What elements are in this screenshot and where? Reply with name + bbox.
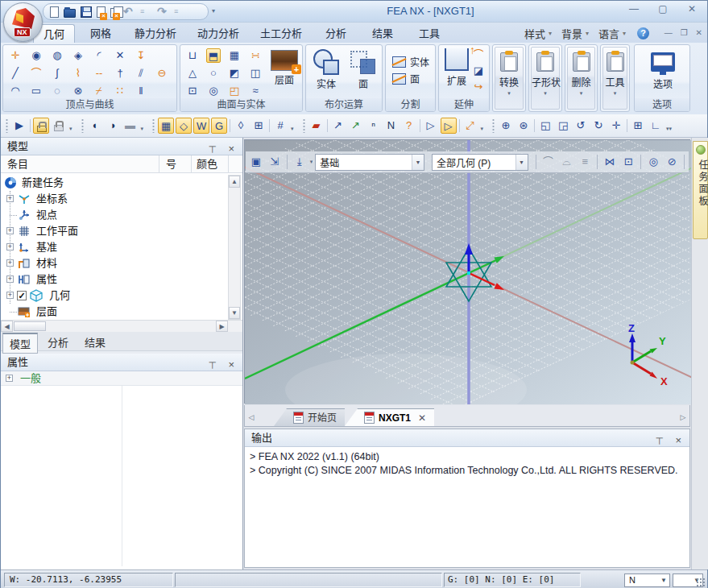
close-all-icon[interactable]: [110, 8, 118, 18]
expand-icon[interactable]: +: [6, 195, 14, 202]
scroll-left-icon[interactable]: ◀: [1, 321, 13, 332]
view-mid-icon[interactable]: ◑: [105, 118, 121, 134]
axis-e-icon[interactable]: ↗: [348, 118, 364, 134]
tab-model[interactable]: 模型: [2, 333, 38, 354]
rectangle-icon[interactable]: ▭: [29, 84, 43, 98]
surface-red-icon[interactable]: ▰: [308, 118, 325, 134]
resize-grip[interactable]: [696, 578, 706, 587]
checker-icon[interactable]: ▦: [227, 48, 242, 63]
zoom-in-icon[interactable]: ⊕: [498, 118, 514, 134]
run-icon[interactable]: ▶: [11, 118, 27, 134]
save-icon[interactable]: [81, 6, 92, 18]
tree-horizontal-scrollbar[interactable]: ◀ ▶: [1, 320, 242, 332]
layer-button[interactable]: 层面: [267, 47, 301, 86]
lock-icon[interactable]: [51, 118, 67, 134]
zoom-net-icon[interactable]: ⊛: [515, 118, 532, 134]
point-icon[interactable]: ✛: [8, 48, 23, 63]
tab-scroll-right-icon[interactable]: ▷: [677, 413, 689, 421]
mesh-a-icon[interactable]: ▷: [423, 118, 439, 134]
solid-face-icon[interactable]: ◩: [227, 66, 242, 81]
close-icon[interactable]: ×: [228, 140, 234, 158]
scroll-down-icon[interactable]: ▼: [229, 307, 240, 319]
filter-combo[interactable]: 全部几何 (P)▼: [432, 154, 528, 171]
ucs-box-icon[interactable]: ∟: [648, 118, 664, 134]
axis-line-icon[interactable]: †: [113, 66, 127, 81]
menu-language[interactable]: 语言: [598, 26, 619, 41]
divide-bars-icon[interactable]: ‖: [134, 84, 148, 98]
view-off-icon[interactable]: ▬: [122, 118, 139, 134]
pan-icon[interactable]: ✛: [608, 118, 624, 134]
select-curve2-icon[interactable]: ⌓: [558, 154, 574, 170]
select-list-icon[interactable]: ≡: [577, 154, 593, 170]
cube-icon[interactable]: ⊡: [185, 84, 200, 98]
transform-button[interactable]: 转换 ▾: [495, 47, 524, 110]
tab-result-panel[interactable]: 结果: [78, 333, 112, 351]
extend-face-icon[interactable]: ◪: [471, 64, 486, 77]
snap-grid-icon[interactable]: #: [272, 118, 288, 134]
box-icon[interactable]: ⬒: [206, 48, 221, 63]
expand-icon[interactable]: +: [6, 243, 14, 251]
pick-mode2-icon[interactable]: ⊘: [664, 154, 680, 170]
app-menu-button[interactable]: NX: [3, 2, 43, 42]
geometry-checkbox[interactable]: ✓: [17, 291, 27, 300]
circle-cross-icon[interactable]: ⊗: [71, 84, 85, 98]
workplane-combo[interactable]: 基础▼: [315, 154, 424, 171]
offset-icon[interactable]: ⫽: [134, 66, 148, 81]
view-previous-icon[interactable]: ▣: [248, 154, 264, 170]
tree-item-task[interactable]: 新建任务: [1, 175, 242, 191]
undo-list-icon[interactable]: ≡: [140, 6, 152, 18]
spline-icon[interactable]: ∫: [50, 66, 64, 81]
face-points-icon[interactable]: ∺: [248, 48, 263, 63]
polyline-icon[interactable]: ⌒: [29, 66, 43, 81]
close-icon[interactable]: ×: [675, 432, 681, 449]
grid-icon[interactable]: ▦: [158, 118, 174, 134]
boolean-solid-button[interactable]: 实体: [309, 49, 343, 90]
scroll-right-icon[interactable]: ▶: [216, 321, 228, 332]
pick-mode-icon[interactable]: ◎: [645, 154, 661, 170]
axis-a-icon[interactable]: ↗: [330, 118, 346, 134]
arc-icon[interactable]: ◠: [8, 84, 23, 98]
tab-analysis-panel[interactable]: 分析: [41, 333, 75, 351]
pin-icon[interactable]: ⊤: [209, 141, 217, 159]
tree-item-layer[interactable]: 层面: [1, 304, 242, 320]
expand-icon[interactable]: +: [6, 227, 14, 234]
tools-button[interactable]: 工具 ▾: [602, 47, 627, 110]
view-solid-icon[interactable]: ◖: [87, 118, 103, 134]
close-file-icon[interactable]: [97, 6, 106, 18]
undo-icon[interactable]: ↶: [123, 6, 135, 18]
select-curve-icon[interactable]: ⌒: [540, 154, 557, 170]
pin-icon[interactable]: ⊤: [656, 433, 664, 450]
tab-static-analysis[interactable]: 静力分析: [126, 24, 184, 43]
tab-result[interactable]: 结果: [362, 24, 404, 43]
tab-tools[interactable]: 工具: [408, 24, 450, 43]
column-id[interactable]: 号: [159, 155, 192, 172]
trim-icon[interactable]: ⌿: [92, 84, 106, 98]
tree-item-viewpoint[interactable]: 视点: [1, 207, 242, 223]
scroll-up-icon[interactable]: ▲: [229, 176, 240, 188]
fillet-solid-icon[interactable]: ◰: [227, 84, 242, 98]
tree-item-geometry[interactable]: + ✓ 几何: [1, 288, 242, 304]
node-n-icon[interactable]: ⁿ: [366, 118, 382, 134]
expand-icon[interactable]: +: [6, 259, 14, 267]
mdi-minimize-button[interactable]: —: [665, 28, 673, 37]
zoom-window-icon[interactable]: ◱: [537, 118, 553, 134]
extend-curve-icon[interactable]: ↪: [471, 81, 486, 93]
divide-face-button[interactable]: 面: [386, 68, 435, 85]
coil-icon[interactable]: ⌇: [71, 66, 85, 81]
expand-button[interactable]: 扩展: [441, 48, 473, 87]
elem-n-icon[interactable]: N: [383, 118, 400, 134]
tree-item-property[interactable]: + 属性: [1, 271, 242, 288]
snap-ucs-icon[interactable]: ⊞: [250, 118, 267, 134]
tree-item-datum[interactable]: + 基准: [1, 239, 242, 255]
boolean-face-button[interactable]: 面: [346, 49, 380, 90]
mdi-restore-button[interactable]: ❐: [681, 28, 688, 37]
task-panel-tab[interactable]: 任务面板: [693, 141, 708, 239]
help-icon[interactable]: ?: [637, 27, 649, 39]
surface-wave-icon[interactable]: ≈: [248, 84, 263, 98]
torus-icon[interactable]: ◎: [206, 84, 221, 98]
tab-close-icon[interactable]: ✕: [418, 409, 426, 427]
line-icon[interactable]: ╱: [8, 66, 23, 81]
open-file-icon[interactable]: [64, 9, 76, 18]
unlock-icon[interactable]: [33, 118, 49, 134]
ruler-w-icon[interactable]: W: [193, 118, 209, 134]
